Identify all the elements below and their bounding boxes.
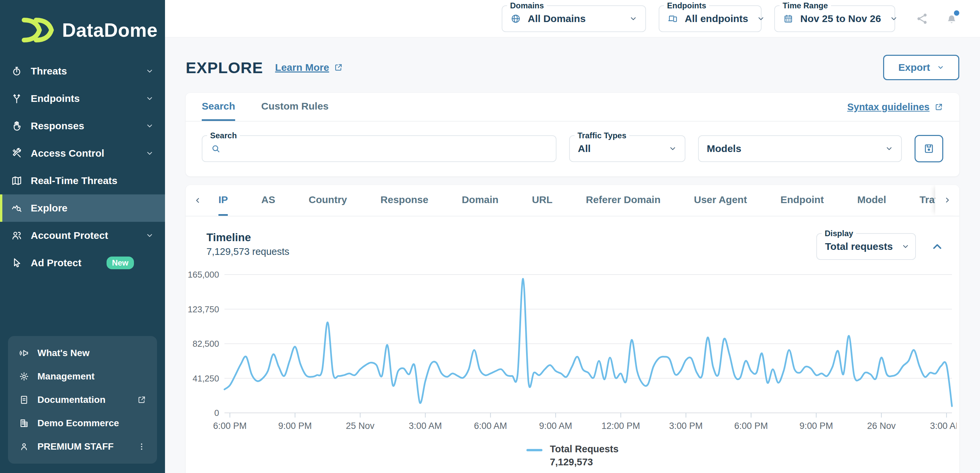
svg-text:0: 0 [215, 408, 219, 418]
tab-referer-domain[interactable]: Referer Domain [586, 185, 660, 216]
svg-text:3:00 PM: 3:00 PM [669, 421, 703, 431]
display-value: Total requests [825, 241, 893, 252]
tab-search[interactable]: Search [202, 93, 235, 121]
sidebar-item-real-time-threats[interactable]: Real-Time Threats [0, 167, 165, 194]
sidebar-footer-card: What's New Management Documentation [8, 336, 157, 463]
display-label: Display [822, 229, 856, 238]
chevron-down-icon [146, 231, 154, 239]
brand-name: DataDome [62, 19, 158, 41]
main-content: EXPLORE Learn More Export Search Custom … [165, 37, 980, 473]
learn-more-link[interactable]: Learn More [275, 62, 344, 73]
timeline-subtitle: 7,129,573 requests [207, 246, 289, 257]
sidebar: DataDome Threats Endpoints [0, 0, 165, 473]
domains-dropdown[interactable]: Domains All Domains [502, 5, 646, 32]
app-root: DataDome Threats Endpoints [0, 0, 980, 473]
datadome-logo-icon [21, 18, 56, 43]
svg-text:82,500: 82,500 [192, 339, 219, 349]
svg-text:9:00 PM: 9:00 PM [799, 421, 833, 431]
calendar-icon [783, 13, 794, 24]
tabs-scroll-right-button[interactable] [935, 185, 959, 215]
display-dropdown[interactable]: Display Total requests [816, 233, 916, 260]
document-icon [19, 395, 29, 405]
tab-country[interactable]: Country [309, 185, 347, 216]
tab-url[interactable]: URL [532, 185, 552, 216]
building-icon [19, 418, 29, 428]
traffic-types-dropdown[interactable]: Traffic Types All [569, 135, 686, 162]
tab-endpoint[interactable]: Endpoint [780, 185, 824, 216]
svg-text:12:00 PM: 12:00 PM [601, 421, 640, 431]
svg-text:6:00 AM: 6:00 AM [474, 421, 507, 431]
search-card-tabs: Search Custom Rules Syntax guidelines [186, 93, 959, 122]
tabs-scroll-left-button[interactable] [186, 185, 210, 216]
endpoints-icon [11, 92, 23, 105]
endpoints-dropdown[interactable]: Endpoints All endpoints [659, 5, 762, 32]
sidebar-item-whats-new[interactable]: What's New [10, 341, 155, 365]
traffic-types-value: All [578, 143, 660, 154]
sidebar-item-label: PREMIUM STAFF [37, 441, 114, 452]
chevron-down-icon [757, 15, 765, 23]
sidebar-item-access-control[interactable]: Access Control [0, 140, 165, 167]
chevron-down-icon [146, 149, 154, 157]
users-icon [11, 229, 23, 242]
line-chart-canvas: 041,25082,500123,750165,0006:00 PM9:00 P… [188, 265, 957, 439]
timeline-title: Timeline [207, 231, 289, 244]
tab-as[interactable]: AS [261, 185, 275, 216]
devices-icon [667, 13, 678, 24]
tab-custom-rules[interactable]: Custom Rules [261, 93, 329, 121]
svg-text:9:00 PM: 9:00 PM [278, 421, 312, 431]
tab-domain[interactable]: Domain [461, 185, 498, 216]
sidebar-item-responses[interactable]: Responses [0, 112, 165, 140]
timeline-chart[interactable]: 041,25082,500123,750165,0006:00 PM9:00 P… [186, 265, 959, 440]
syntax-guidelines-link[interactable]: Syntax guidelines [847, 93, 943, 121]
tab-user-agent[interactable]: User Agent [694, 185, 747, 216]
svg-text:25 Nov: 25 Nov [346, 421, 375, 431]
time-range-label: Time Range [780, 1, 831, 10]
search-input[interactable] [228, 143, 548, 154]
models-dropdown[interactable]: Models [698, 135, 902, 162]
traffic-types-label: Traffic Types [574, 131, 629, 140]
svg-text:123,750: 123,750 [188, 304, 219, 314]
legend-line-swatch [527, 449, 542, 451]
topbar: Domains All Domains Endpoints All endpoi… [165, 0, 980, 37]
save-search-button[interactable] [915, 135, 943, 162]
time-range-value: Nov 25 to Nov 26 [800, 13, 881, 24]
sidebar-item-endpoints[interactable]: Endpoints [0, 85, 165, 112]
time-range-dropdown[interactable]: Time Range Nov 25 to Nov 26 [774, 5, 895, 32]
search-field[interactable]: Search [202, 135, 557, 162]
kebab-menu-icon[interactable] [137, 442, 146, 451]
tools-icon [11, 147, 23, 159]
sidebar-item-documentation[interactable]: Documentation [10, 388, 155, 411]
endpoints-value: All endpoints [685, 13, 748, 24]
sidebar-nav: Threats Endpoints Responses [0, 57, 165, 277]
sidebar-item-threats[interactable]: Threats [0, 57, 165, 85]
sidebar-item-demo-ecommerce[interactable]: Demo Ecommerce [10, 411, 155, 435]
chevron-down-icon [890, 15, 898, 23]
sidebar-item-ad-protect[interactable]: Ad Protect New [0, 249, 165, 277]
sidebar-item-label: Documentation [37, 395, 105, 405]
legend-label: Total Requests [550, 444, 619, 455]
external-link-icon [934, 102, 943, 111]
domains-label: Domains [507, 1, 547, 10]
external-link-icon [137, 395, 146, 405]
chevron-down-icon [902, 242, 910, 250]
tab-ip[interactable]: IP [218, 185, 228, 216]
sidebar-item-label: Real-Time Threats [31, 175, 154, 186]
tab-model[interactable]: Model [857, 185, 886, 216]
page-title: EXPLORE [186, 59, 263, 77]
export-button[interactable]: Export [883, 55, 959, 80]
sidebar-item-explore[interactable]: Explore [0, 194, 165, 222]
dimension-tabs: IP AS Country Response Domain URL Refere… [210, 185, 959, 216]
svg-text:165,000: 165,000 [188, 269, 219, 280]
sidebar-item-account-protect[interactable]: Account Protect [0, 222, 165, 249]
sidebar-item-account-menu[interactable]: PREMIUM STAFF [10, 435, 155, 458]
collapse-chevron-up-icon[interactable] [931, 240, 944, 253]
notifications-button[interactable] [945, 12, 959, 26]
brand-logo[interactable]: DataDome [21, 18, 165, 43]
sidebar-item-management[interactable]: Management [10, 365, 155, 388]
topbar-actions [915, 12, 959, 26]
chevron-down-icon [146, 67, 154, 75]
tab-response[interactable]: Response [380, 185, 428, 216]
sidebar-item-label: Responses [31, 120, 146, 132]
share-icon[interactable] [915, 12, 929, 26]
search-icon [210, 143, 221, 154]
